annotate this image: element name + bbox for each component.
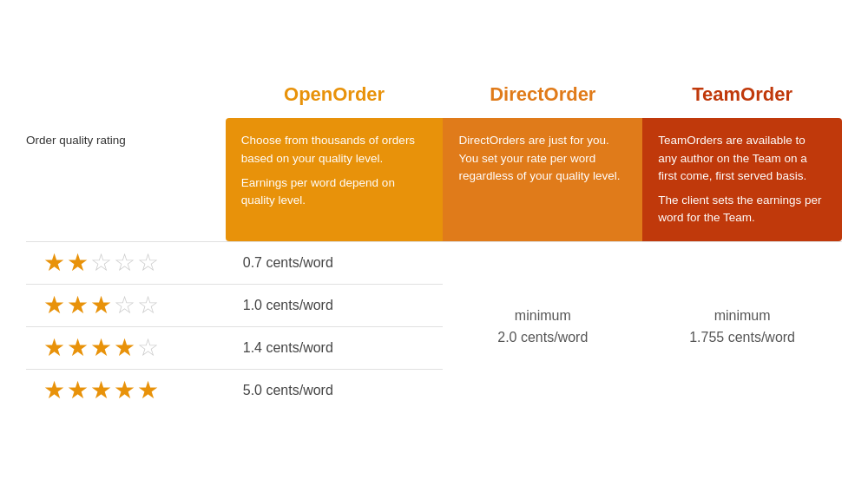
open-order-title: OpenOrder: [284, 83, 385, 105]
star-icons-4: ★★★★☆: [43, 334, 161, 361]
star-icons-5: ★★★★★: [43, 377, 161, 404]
header-direct: DirectOrder: [443, 75, 642, 118]
rate-3stars: 1.0 cents/word: [226, 284, 444, 326]
team-order-description: TeamOrders are available to any author o…: [642, 118, 842, 241]
rate-5stars: 5.0 cents/word: [226, 369, 444, 411]
team-min-line1: minimum: [714, 308, 771, 323]
team-desc-2: The client sets the earnings per word fo…: [658, 192, 826, 227]
header-row: OpenOrder DirectOrder TeamOrder: [26, 75, 842, 118]
stars-3: ★★★☆☆: [26, 284, 226, 326]
rating-row-2stars: ★★☆☆☆ 0.7 cents/word minimum 2.0 cents/w…: [26, 241, 842, 284]
header-team: TeamOrder: [642, 75, 842, 118]
description-row: Order quality rating Choose from thousan…: [26, 118, 842, 241]
rate-2stars: 0.7 cents/word: [226, 241, 444, 284]
stars-2: ★★☆☆☆: [26, 241, 226, 284]
direct-order-title: DirectOrder: [490, 83, 595, 105]
stars-4: ★★★★☆: [26, 326, 226, 369]
direct-order-description: DirectOrders are just for you. You set y…: [443, 118, 642, 241]
direct-desc-1: DirectOrders are just for you. You set y…: [458, 132, 627, 185]
star-icons-2: ★★☆☆☆: [43, 249, 161, 276]
rate-4stars: 1.4 cents/word: [226, 326, 444, 369]
team-desc-1: TeamOrders are available to any author o…: [658, 132, 826, 185]
open-desc-2: Earnings per word depend on quality leve…: [241, 174, 428, 210]
team-min-line2: 1.755 cents/word: [689, 330, 795, 345]
direct-min-line1: minimum: [515, 308, 571, 323]
team-minimum: minimum 1.755 cents/word: [642, 241, 842, 411]
header-label-cell: [26, 75, 226, 118]
star-icons-3: ★★★☆☆: [43, 292, 161, 319]
stars-5: ★★★★★: [26, 369, 226, 411]
header-open: OpenOrder: [226, 75, 444, 118]
direct-minimum: minimum 2.0 cents/word: [443, 241, 642, 411]
open-order-description: Choose from thousands of orders based on…: [226, 118, 444, 241]
comparison-table: OpenOrder DirectOrder TeamOrder Order qu…: [26, 75, 842, 410]
direct-min-line2: 2.0 cents/word: [497, 330, 588, 345]
open-desc-1: Choose from thousands of orders based on…: [241, 132, 428, 167]
team-order-title: TeamOrder: [692, 83, 792, 105]
quality-rating-label: Order quality rating: [26, 118, 226, 241]
